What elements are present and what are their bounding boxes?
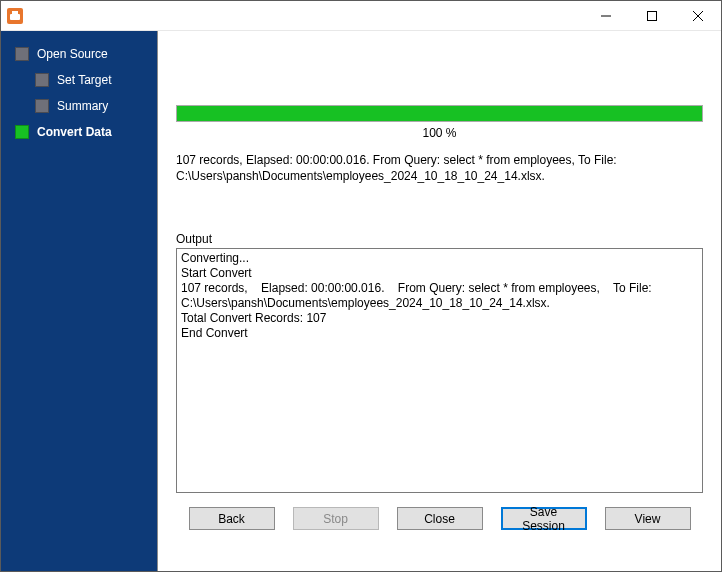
step-item-summary[interactable]: Summary (1, 93, 157, 119)
step-active-icon (15, 125, 29, 139)
svg-rect-2 (12, 11, 18, 14)
progress-area: 100 % 107 records, Elapsed: 00:00:00.016… (176, 31, 703, 184)
close-window-button[interactable] (675, 1, 721, 31)
step-label: Open Source (37, 47, 108, 61)
step-icon (35, 99, 49, 113)
title-bar (1, 1, 721, 31)
minimize-button[interactable] (583, 1, 629, 31)
progress-bar-fill (177, 106, 702, 121)
window-controls (583, 1, 721, 31)
conversion-summary-text: 107 records, Elapsed: 00:00:00.016. From… (176, 152, 703, 184)
svg-rect-1 (10, 14, 20, 20)
stop-button[interactable]: Stop (293, 507, 379, 530)
step-label: Set Target (57, 73, 111, 87)
output-log[interactable]: Converting... Start Convert 107 records,… (176, 248, 703, 493)
output-label: Output (176, 232, 703, 246)
step-label: Convert Data (37, 125, 112, 139)
back-button[interactable]: Back (189, 507, 275, 530)
step-item-set-target[interactable]: Set Target (1, 67, 157, 93)
progress-percent-label: 100 % (176, 126, 703, 140)
step-item-convert-data[interactable]: Convert Data (1, 119, 157, 145)
close-button[interactable]: Close (397, 507, 483, 530)
step-label: Summary (57, 99, 108, 113)
svg-rect-3 (648, 11, 657, 20)
step-icon (35, 73, 49, 87)
progress-bar (176, 105, 703, 122)
view-button[interactable]: View (605, 507, 691, 530)
main-panel: 100 % 107 records, Elapsed: 00:00:00.016… (157, 31, 721, 571)
client-area: Open SourceSet TargetSummaryConvert Data… (1, 31, 721, 571)
steps-sidebar: Open SourceSet TargetSummaryConvert Data (1, 31, 157, 571)
app-window: Open SourceSet TargetSummaryConvert Data… (0, 0, 722, 572)
save-session-button[interactable]: Save Session (501, 507, 587, 530)
step-item-open-source[interactable]: Open Source (1, 41, 157, 67)
step-icon (15, 47, 29, 61)
app-icon (7, 8, 23, 24)
maximize-button[interactable] (629, 1, 675, 31)
button-row: Back Stop Close Save Session View (176, 493, 703, 532)
